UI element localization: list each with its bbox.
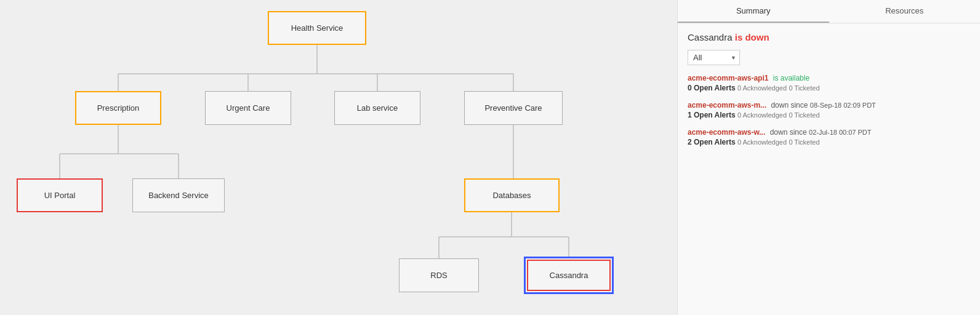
- node-lab-service[interactable]: Lab service: [334, 91, 420, 125]
- resource-status-3: down since 02-Jul-18 00:07 PDT: [770, 128, 872, 137]
- resource-row-3: acme-ecomm-aws-w... down since 02-Jul-18…: [688, 128, 970, 137]
- resource-item: acme-ecomm-aws-api1 is available 0 Open …: [688, 74, 970, 92]
- filter-select[interactable]: All Available Down: [688, 50, 740, 65]
- resource-alerts-2: 1 Open Alerts 0 Acknowledged 0 Ticketed: [688, 111, 970, 119]
- resource-alerts-1: 0 Open Alerts 0 Acknowledged 0 Ticketed: [688, 84, 970, 92]
- node-backend-service[interactable]: Backend Service: [132, 178, 225, 212]
- summary-content: Cassandra is down All Available Down acm…: [678, 23, 980, 164]
- resource-row-1: acme-ecomm-aws-api1 is available: [688, 74, 970, 82]
- node-health-service[interactable]: Health Service: [268, 11, 366, 45]
- resource-link-2[interactable]: acme-ecomm-aws-m...: [688, 101, 766, 110]
- filter-dropdown: All Available Down: [688, 50, 970, 65]
- summary-tabs: Summary Resources: [678, 0, 980, 23]
- resource-alerts-3: 2 Open Alerts 0 Acknowledged 0 Ticketed: [688, 138, 970, 146]
- tab-summary[interactable]: Summary: [678, 0, 829, 23]
- node-rds[interactable]: RDS: [399, 258, 479, 292]
- resource-row-2: acme-ecomm-aws-m... down since 08-Sep-18…: [688, 101, 970, 110]
- node-prescription[interactable]: Prescription: [75, 91, 161, 125]
- resource-item-2: acme-ecomm-aws-m... down since 08-Sep-18…: [688, 101, 970, 119]
- node-databases[interactable]: Databases: [464, 178, 560, 212]
- summary-panel: Summary Resources Cassandra is down All …: [677, 0, 980, 315]
- resource-link-1[interactable]: acme-ecomm-aws-api1: [688, 74, 768, 82]
- summary-title: Cassandra is down: [688, 32, 970, 42]
- node-urgent-care[interactable]: Urgent Care: [205, 91, 291, 125]
- node-preventive-care[interactable]: Preventive Care: [464, 91, 563, 125]
- resource-status-2: down since 08-Sep-18 02:09 PDT: [771, 101, 875, 110]
- filter-select-wrapper[interactable]: All Available Down: [688, 50, 740, 65]
- node-cassandra[interactable]: Cassandra: [524, 257, 614, 294]
- tree-panel: Health Service Prescription Urgent Care …: [0, 0, 677, 315]
- tab-resources[interactable]: Resources: [829, 0, 981, 23]
- resource-item-3: acme-ecomm-aws-w... down since 02-Jul-18…: [688, 128, 970, 146]
- node-ui-portal[interactable]: UI Portal: [17, 178, 103, 212]
- resource-status-1: is available: [773, 74, 809, 82]
- resource-link-3[interactable]: acme-ecomm-aws-w...: [688, 128, 765, 137]
